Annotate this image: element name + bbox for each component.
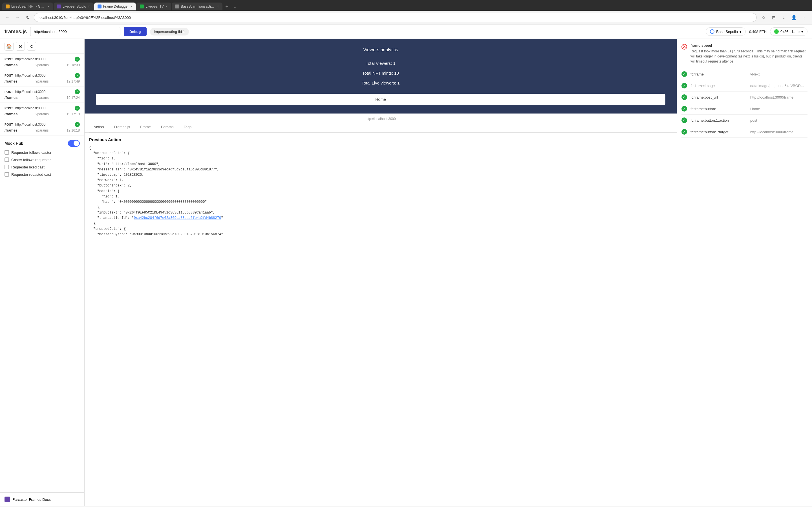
method-5: POST (4, 123, 13, 126)
download-button[interactable]: ↓ (779, 13, 788, 22)
request-item-3[interactable]: POST http://localhost:3000 ✓ /frames ?pa… (0, 87, 84, 103)
bookmark-button[interactable]: ☆ (759, 13, 768, 22)
mock-hub-toggle[interactable] (68, 140, 80, 147)
tab-bar: LiveStreamNFT - Google Sli... × Livepeer… (0, 0, 812, 11)
browser-chrome: LiveStreamNFT - Google Sli... × Livepeer… (0, 0, 812, 24)
request-item-5[interactable]: POST http://localhost:3000 ✓ /frames ?pa… (0, 119, 84, 135)
tab-livestreamnft[interactable]: LiveStreamNFT - Google Sli... × (2, 3, 53, 10)
method-4: POST (4, 107, 13, 110)
extension-button[interactable]: ⊞ (769, 13, 778, 22)
frame-stat-1: Total NFT mints: 10 (96, 71, 665, 75)
meta-status-3: ✓ (681, 106, 687, 112)
checkbox-label-3: Requester liked cast (11, 165, 45, 169)
checkbox-label-4: Requester recasted cast (11, 172, 51, 177)
checkbox-3[interactable]: Requester liked cast (4, 165, 80, 169)
route-2: /frames (4, 79, 17, 83)
refresh-button[interactable]: ↻ (24, 13, 32, 21)
menu-button[interactable]: ⋮ (800, 13, 809, 22)
farcaster-docs-link[interactable]: Farcaster Frames Docs (0, 492, 84, 506)
request-item-2[interactable]: POST http://localhost:3000 ✓ /frames ?pa… (0, 70, 84, 87)
address-bar[interactable] (34, 13, 757, 22)
checkbox-label-1: Requester follows caster (11, 151, 51, 155)
tab-overflow-button[interactable]: ⌄ (231, 3, 239, 10)
tab-action[interactable]: Action (89, 122, 108, 132)
error-icon: ✕ (681, 44, 687, 50)
checkbox-label-2: Caster follows requester (11, 158, 51, 162)
tab-livepeer-studio[interactable]: Livepeer Studio × (54, 3, 94, 10)
network-badge[interactable]: Base Sepolia ▾ (706, 27, 746, 36)
route-1: /frames (4, 63, 17, 67)
wallet-dot (774, 29, 779, 34)
method-3: POST (4, 90, 13, 94)
url-input[interactable] (30, 27, 120, 36)
refresh-icon[interactable]: ↻ (27, 42, 36, 51)
tab-close-3[interactable]: × (130, 4, 133, 9)
tab-close-2[interactable]: × (88, 4, 90, 9)
tab-favicon-1 (6, 4, 10, 8)
meta-row-5: ✓ fc:frame:button:1:target http://localh… (681, 126, 808, 138)
route-3: /frames (4, 96, 17, 100)
tab-label-1: LiveStreamNFT - Google Sli... (11, 4, 46, 8)
route-4: /frames (4, 112, 17, 116)
new-tab-button[interactable]: + (223, 2, 231, 11)
tab-basescan[interactable]: BaseScan Transaction Hash ... × (172, 3, 222, 10)
stop-icon[interactable]: ⊘ (16, 42, 25, 51)
sidebar: 🏠 ⊘ ↻ POST http://localhost:3000 ✓ /fram… (0, 39, 85, 506)
status-icon-5: ✓ (75, 122, 80, 127)
network-dot (710, 29, 714, 34)
profile-button[interactable]: 👤 (790, 13, 799, 22)
checkbox-2[interactable]: Caster follows requester (4, 158, 80, 162)
farcaster-link-label: Farcaster Frames Docs (12, 497, 51, 502)
app-header: frames.js Debug Impersonating fid 1 Base… (0, 24, 812, 39)
error-title: frame speed (691, 43, 808, 48)
meta-row-4: ✓ fc:frame:button:1:action post (681, 115, 808, 126)
tab-close-1[interactable]: × (47, 4, 50, 9)
tab-label-5: BaseScan Transaction Hash ... (181, 4, 215, 8)
right-panel: ✕ frame speed Request took more than 5s … (677, 39, 812, 506)
meta-status-2: ✓ (681, 94, 687, 100)
wallet-badge[interactable]: 0x26...1aab ▾ (770, 27, 808, 36)
params-4: ?params (36, 112, 49, 116)
url-1: http://localhost:3000 (15, 57, 72, 61)
tab-livepeer-tv[interactable]: Livepeer TV × (137, 3, 171, 10)
tab-tags[interactable]: Tags (179, 122, 196, 132)
checkbox-4[interactable]: Requester recasted cast (4, 172, 80, 177)
tab-framesjs[interactable]: Frames.js (109, 122, 135, 132)
tabs-bar: Action Frames.js Frame Params Tags (85, 122, 677, 133)
meta-key-0: fc:frame (691, 72, 747, 76)
meta-value-3: Home (750, 107, 808, 111)
error-desc: Request took more than 5s (7.78 seconds)… (691, 49, 808, 64)
meta-key-1: fc:frame:image (691, 83, 747, 88)
back-button[interactable]: ← (3, 13, 11, 21)
request-item-4[interactable]: POST http://localhost:3000 ✓ /frames ?pa… (0, 103, 84, 119)
time-3: 19:17:24 (66, 96, 80, 100)
checkbox-icon-1 (4, 150, 9, 155)
tab-frame-debugger[interactable]: Frame Debugger × (94, 3, 136, 10)
chevron-down-icon-2: ▾ (801, 30, 803, 34)
meta-value-0: vNext (750, 72, 808, 76)
tab-frame[interactable]: Frame (136, 122, 155, 132)
forward-button[interactable]: → (13, 13, 21, 21)
nav-icons: ☆ ⊞ ↓ 👤 ⋮ (759, 13, 809, 22)
home-icon[interactable]: 🏠 (4, 42, 13, 51)
meta-key-2: fc:frame:post_url (691, 95, 747, 100)
frame-button-row: Home (96, 94, 665, 105)
transaction-link[interactable]: 0xa42bc284f6d7e62a369ea83cab5fe4a2fd4b88… (134, 216, 221, 220)
tab-params[interactable]: Params (156, 122, 178, 132)
tab-close-5[interactable]: × (217, 4, 219, 9)
meta-status-0: ✓ (681, 71, 687, 77)
impersonating-badge[interactable]: Impersonating fid 1 (150, 28, 189, 36)
frame-url: http://localhost:3000 (85, 116, 677, 122)
action-title: Previous Action (89, 137, 672, 142)
debug-button[interactable]: Debug (124, 27, 146, 36)
farcaster-icon (4, 497, 10, 502)
frame-home-button[interactable]: Home (96, 94, 665, 105)
checkbox-icon-3 (4, 165, 9, 169)
center-panel: Viewers analytics Total Viewers: 1 Total… (85, 39, 677, 506)
tab-close-4[interactable]: × (165, 4, 168, 9)
meta-value-5: http://localhost:3000/frame... (750, 130, 808, 134)
checkbox-1[interactable]: Requester follows caster (4, 150, 80, 155)
sidebar-toolbar: 🏠 ⊘ ↻ (0, 39, 84, 54)
request-item-1[interactable]: POST http://localhost:3000 ✓ /frames ?pa… (0, 54, 84, 70)
meta-value-2: http://localhost:3000/frame... (750, 95, 808, 100)
